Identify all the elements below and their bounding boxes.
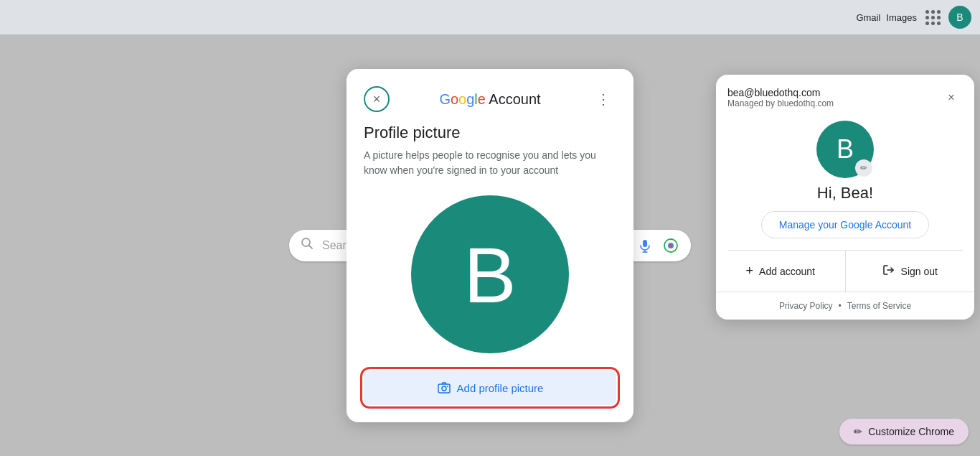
apps-dot [937,10,941,14]
customize-chrome-label: Customize Chrome [868,426,954,437]
apps-dot [931,10,935,14]
account-panel: bea@bluedothq.com Managed by bluedothq.c… [716,75,974,320]
panel-header: bea@bluedothq.com Managed by bluedothq.c… [716,75,974,115]
svg-line-1 [309,246,313,249]
modal-more-button[interactable]: ⋮ [590,86,616,112]
plus-icon: + [746,264,754,279]
add-profile-picture-button[interactable]: Add profile picture [364,371,616,405]
panel-close-button[interactable]: × [940,86,963,109]
customize-chrome-button[interactable]: ✏ Customize Chrome [839,419,969,445]
modal-close-button[interactable]: × [364,86,390,112]
panel-email: bea@bluedothq.com [727,87,834,98]
svg-point-10 [447,386,448,387]
apps-dot [925,22,929,25]
add-account-label: Add account [759,266,815,277]
svg-rect-8 [438,384,450,393]
dot-separator: • [839,301,842,311]
apps-dot [925,16,929,19]
panel-greeting: Hi, Bea! [817,184,873,203]
main-content: Sear × Google Account ⋮ Profile [0,34,980,456]
svg-point-9 [442,386,446,391]
panel-avatar-section: B ✏ Hi, Bea! Manage your Google Account [716,115,974,250]
profile-picture-modal: × Google Account ⋮ Profile picture A pic… [347,69,633,422]
apps-dot [931,16,935,19]
apps-dot [937,22,941,25]
gmail-link[interactable]: Gmail [856,12,880,23]
panel-footer: Privacy Policy • Terms of Service [716,292,974,320]
apps-grid [925,10,941,25]
camera-icon [437,381,451,395]
apps-dot [937,16,941,19]
svg-point-7 [669,244,672,247]
apps-icon[interactable] [923,7,943,27]
images-link[interactable]: Images [886,12,917,23]
apps-dot [925,10,929,14]
sign-out-button[interactable]: Sign out [846,251,975,292]
panel-avatar-edit-icon[interactable]: ✏ [855,159,872,177]
pencil-icon: ✏ [854,426,862,437]
modal-header: × Google Account ⋮ [364,86,616,112]
mic-icon[interactable] [636,237,654,254]
panel-avatar: B ✏ [816,121,874,178]
search-icon [301,237,314,253]
terms-of-service-link[interactable]: Terms of Service [847,301,911,311]
add-account-button[interactable]: + Add account [716,251,846,292]
google-lens-icon[interactable] [662,237,679,254]
chrome-top-bar: Gmail Images B [0,0,980,34]
panel-managed-by: Managed by bluedothq.com [727,98,834,108]
privacy-policy-link[interactable]: Privacy Policy [779,301,833,311]
panel-actions: + Add account Sign out [716,251,974,292]
profile-picture-description: A picture helps people to recognise you … [364,148,616,178]
sign-out-icon [882,264,895,279]
manage-google-account-button[interactable]: Manage your Google Account [761,211,929,238]
svg-rect-2 [643,240,647,247]
apps-dot [931,22,935,25]
profile-avatar-large: B [411,195,569,353]
add-profile-btn-label: Add profile picture [457,382,544,394]
sign-out-label: Sign out [901,266,938,277]
user-avatar-button[interactable]: B [948,6,971,29]
profile-picture-title: Profile picture [364,124,461,142]
google-account-title: Google Account [439,91,540,108]
